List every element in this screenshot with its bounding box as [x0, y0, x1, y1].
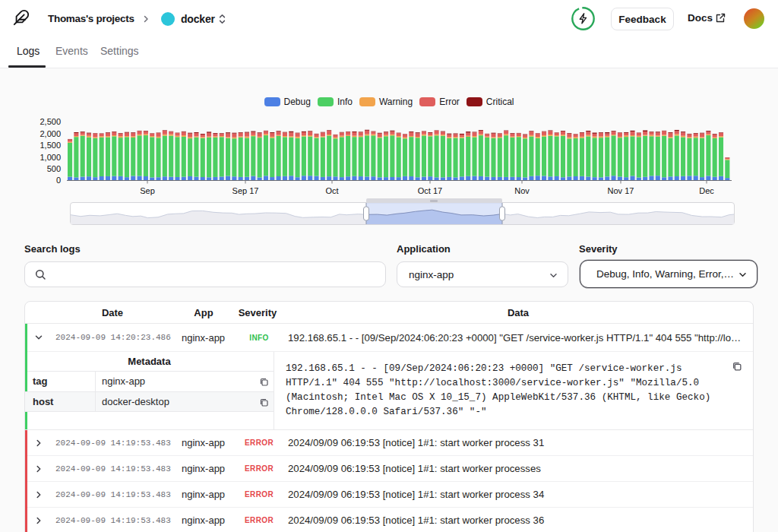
svg-text:2,000: 2,000: [40, 129, 61, 138]
svg-text:0: 0: [56, 176, 61, 185]
svg-text:Oct: Oct: [325, 186, 338, 195]
svg-text:Nov: Nov: [514, 186, 530, 195]
svg-text:Oct 17: Oct 17: [418, 186, 442, 195]
svg-text:Sep: Sep: [140, 186, 155, 195]
svg-text:1,500: 1,500: [40, 141, 61, 150]
svg-text:2,500: 2,500: [40, 117, 61, 126]
svg-text:500: 500: [47, 164, 61, 173]
svg-text:1,000: 1,000: [40, 153, 61, 162]
svg-text:Sep 17: Sep 17: [232, 186, 259, 195]
svg-text:Nov 17: Nov 17: [608, 186, 634, 195]
svg-text:Dec: Dec: [699, 186, 714, 195]
